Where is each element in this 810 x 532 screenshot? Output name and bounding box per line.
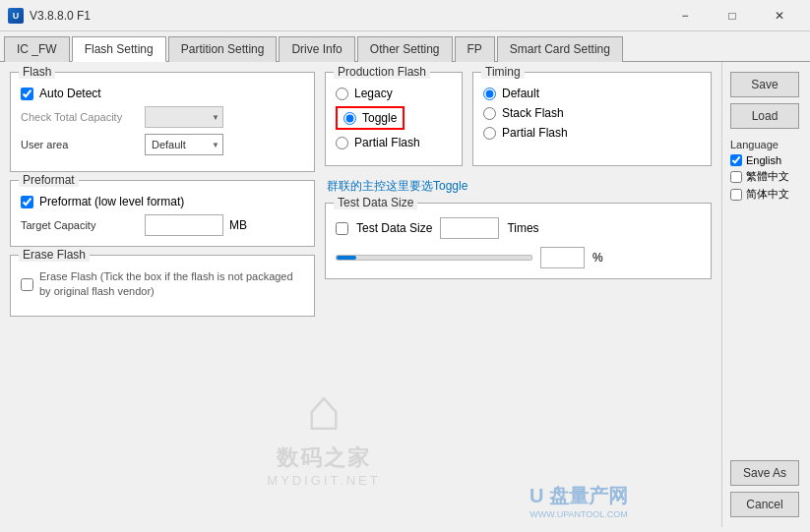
language-box: Language English 繁體中文 简体中文 [730, 139, 802, 205]
slider-fill [337, 256, 356, 260]
erase-flash-row: Erase Flash (Tick the box if the flash i… [21, 269, 304, 300]
partial-flash-prod-label: Partial Flash [354, 136, 420, 149]
user-area-dropdown[interactable]: Default ▼ [145, 134, 223, 155]
target-capacity-label: Target Capacity [21, 219, 139, 231]
test-data-size-title: Test Data Size [334, 196, 417, 209]
tab-bar: IC _FW Flash Setting Partition Setting D… [0, 31, 810, 62]
preformat-group-title: Preformat [19, 173, 79, 187]
language-simplified-checkbox[interactable] [730, 189, 742, 201]
tab-ic-fw[interactable]: IC _FW [4, 36, 70, 62]
production-flash-title: Production Flash [334, 65, 430, 79]
language-simplified-option: 简体中文 [730, 187, 802, 202]
upper-right-row: Production Flash Legacy Toggle Partial F… [325, 72, 712, 166]
panels-row: Flash Auto Detect Check Total Capacity ▼ [10, 72, 712, 517]
timing-default-row: Default [483, 87, 701, 100]
preformat-row: Preformat (low level format) [21, 195, 304, 208]
timing-default-label: Default [502, 87, 539, 100]
target-capacity-input[interactable] [145, 214, 223, 236]
test-data-size-row: Test Data Size Times [336, 217, 701, 239]
tab-partition-setting[interactable]: Partition Setting [168, 36, 278, 62]
toggle-highlight-box: Toggle [336, 106, 405, 130]
language-traditional-label: 繁體中文 [746, 169, 789, 184]
user-area-row: User area Default ▼ [21, 134, 304, 155]
percent-symbol: % [592, 251, 603, 265]
timing-title: Timing [481, 65, 525, 79]
sidebar-bottom: Save As Cancel [730, 460, 802, 517]
stack-flash-radio[interactable] [483, 107, 496, 120]
erase-flash-title: Erase Flash [19, 248, 90, 262]
erase-flash-checkbox[interactable] [21, 278, 33, 291]
legacy-row: Legacy [336, 87, 452, 100]
language-traditional-option: 繁體中文 [730, 169, 802, 184]
left-panel: Flash Auto Detect Check Total Capacity ▼ [10, 72, 315, 517]
save-as-button[interactable]: Save As [730, 460, 799, 486]
language-english-option: English [730, 154, 802, 166]
production-flash-group: Production Flash Legacy Toggle Partial F… [325, 72, 463, 166]
dropdown-arrow-icon: ▼ [212, 113, 219, 122]
target-capacity-row: Target Capacity MB [21, 214, 304, 236]
language-english-label: English [746, 154, 781, 166]
window-controls: − □ ✕ [662, 2, 802, 30]
language-traditional-checkbox[interactable] [730, 171, 742, 183]
timing-group: Timing Default Stack Flash Partial Flash [472, 72, 712, 166]
app-icon: U [8, 8, 24, 24]
target-capacity-unit: MB [229, 218, 247, 232]
tab-other-setting[interactable]: Other Setting [357, 36, 453, 62]
cancel-button[interactable]: Cancel [730, 492, 799, 517]
user-area-label: User area [21, 139, 139, 150]
test-data-size-label: Test Data Size [356, 221, 432, 235]
times-label: Times [507, 221, 538, 235]
test-data-size-checkbox[interactable] [336, 222, 348, 235]
language-title: Language [730, 139, 802, 150]
slider-track[interactable] [336, 255, 532, 261]
tab-smart-card-setting[interactable]: Smart Card Setting [497, 36, 623, 62]
erase-flash-group: Erase Flash Erase Flash (Tick the box if… [10, 255, 315, 317]
user-area-arrow-icon: ▼ [212, 141, 219, 149]
percent-input[interactable] [540, 247, 585, 268]
auto-detect-checkbox[interactable] [21, 88, 33, 100]
check-total-capacity-row: Check Total Capacity ▼ [21, 106, 304, 128]
partial-flash-prod-row: Partial Flash [336, 136, 452, 149]
partial-flash-prod-radio[interactable] [336, 137, 348, 149]
auto-detect-row: Auto Detect [21, 87, 304, 100]
load-button[interactable]: Load [730, 103, 799, 129]
legacy-radio[interactable] [336, 88, 348, 100]
check-total-capacity-dropdown[interactable]: ▼ [145, 106, 223, 128]
preformat-checkbox[interactable] [21, 196, 33, 208]
toggle-label: Toggle [362, 111, 397, 125]
test-data-size-input[interactable] [440, 217, 499, 239]
maximize-button[interactable]: □ [710, 2, 755, 30]
stack-flash-label: Stack Flash [502, 106, 564, 120]
flash-group-title: Flash [19, 65, 55, 79]
right-panel: Production Flash Legacy Toggle Partial F… [325, 72, 712, 517]
flash-group: Flash Auto Detect Check Total Capacity ▼ [10, 72, 315, 172]
slider-row: % [336, 247, 701, 268]
chinese-note: 群联的主控这里要选Toggle [327, 178, 712, 195]
partial-flash-timing-label: Partial Flash [502, 126, 568, 140]
minimize-button[interactable]: − [662, 2, 708, 30]
app-title: V3.8.8.0 F1 [30, 9, 662, 23]
stack-flash-row: Stack Flash [483, 106, 701, 120]
partial-flash-timing-row: Partial Flash [483, 126, 701, 140]
title-bar: U V3.8.8.0 F1 − □ ✕ [0, 0, 810, 31]
partial-flash-timing-radio[interactable] [483, 127, 496, 140]
close-button[interactable]: ✕ [757, 2, 802, 30]
preformat-label: Preformat (low level format) [39, 195, 184, 208]
check-total-capacity-label: Check Total Capacity [21, 111, 139, 123]
save-button[interactable]: Save [730, 72, 799, 97]
timing-default-radio[interactable] [483, 88, 496, 100]
tab-fp[interactable]: FP [455, 36, 495, 62]
language-english-checkbox[interactable] [730, 154, 742, 166]
legacy-label: Legacy [354, 87, 393, 100]
tab-flash-setting[interactable]: Flash Setting [72, 36, 166, 62]
tab-drive-info[interactable]: Drive Info [279, 36, 354, 62]
content-area: Flash Auto Detect Check Total Capacity ▼ [0, 62, 721, 527]
toggle-radio[interactable] [343, 112, 356, 125]
main-layout: Flash Auto Detect Check Total Capacity ▼ [0, 62, 810, 527]
language-simplified-label: 简体中文 [746, 187, 789, 202]
preformat-group: Preformat Preformat (low level format) T… [10, 180, 315, 247]
test-data-size-group: Test Data Size Test Data Size Times % [325, 203, 712, 279]
right-sidebar: Save Load Language English 繁體中文 简体中文 Sav… [721, 62, 810, 527]
auto-detect-label: Auto Detect [39, 87, 101, 100]
erase-flash-label: Erase Flash (Tick the box if the flash i… [39, 269, 304, 300]
